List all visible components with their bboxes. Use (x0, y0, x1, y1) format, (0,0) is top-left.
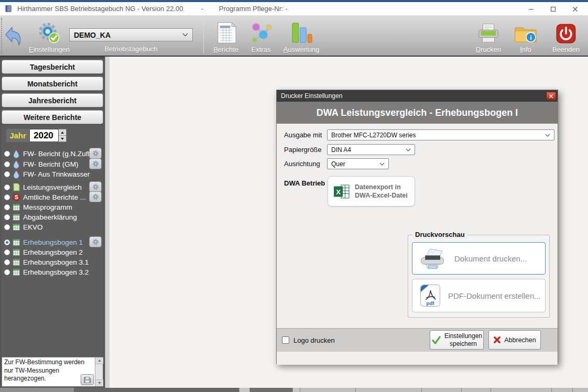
extras-button[interactable]: Extras (244, 19, 278, 53)
sidebar-item-ekvo[interactable]: EKVO (0, 222, 105, 232)
radio-button[interactable] (4, 214, 10, 220)
beenden-button[interactable]: Beenden (548, 19, 584, 53)
spreadsheet-icon (13, 203, 20, 211)
pdf-icon: pdf (419, 284, 441, 308)
spreadsheet-icon (13, 213, 20, 221)
droplet-icon (13, 160, 20, 169)
radio-button-selected[interactable] (4, 239, 10, 245)
create-pdf-button[interactable]: pdf PDF-Dokument erstellen... (412, 279, 546, 312)
year-value[interactable]: 2020 (29, 129, 59, 142)
radio-button[interactable] (4, 194, 10, 200)
back-button[interactable] (4, 19, 22, 53)
item-gear-button[interactable] (89, 148, 102, 159)
radio-button[interactable] (4, 184, 10, 190)
tagesbericht-button[interactable]: Tagesbericht (2, 60, 103, 74)
auswertung-button[interactable]: Auswertung (280, 19, 323, 53)
note-text: Zur FW-Bestimmung werden nur TW-Messunge… (4, 358, 92, 383)
sidebar: Tagesbericht Monatsbericht Jahresbericht… (0, 57, 105, 388)
weitere-berichte-button[interactable]: Weitere Berichte (2, 110, 103, 124)
berichte-button[interactable]: Berichte (210, 19, 242, 53)
sidebar-item-messprogramm[interactable]: Messprogramm (0, 202, 105, 212)
dialog-titlebar: Drucker Einstellungen (277, 90, 558, 102)
svg-text:i: i (530, 34, 532, 41)
dialog-footer: Logo drucken Einstellungen speichern Abb… (277, 328, 558, 351)
year-spinner (59, 129, 67, 142)
drucken-button[interactable]: Drucken (472, 19, 505, 53)
status-segment (551, 388, 572, 392)
sidebar-splitter[interactable] (105, 57, 110, 388)
app-icon (5, 5, 13, 13)
dialog-header: DWA Leistungsvergleich - Erhebungsbogen … (277, 102, 558, 124)
bar-chart-icon (290, 21, 313, 45)
sidebar-item-fw-bericht-gm[interactable]: FW- Bericht (GM) (0, 159, 105, 169)
spreadsheet-icon (13, 223, 20, 231)
excel-icon: X (333, 184, 350, 199)
status-segment (572, 388, 588, 392)
database-selector-group: DEMO_KA Betriebstagebuch (69, 28, 193, 53)
save-settings-button[interactable]: Einstellungen speichern (430, 330, 484, 350)
info-label: Info (520, 46, 531, 53)
year-up-button[interactable] (59, 129, 66, 135)
sidebar-item-fw-aus-trinkwasser[interactable]: FW- Aus Trinkwasser (0, 169, 105, 179)
molecule-icon (249, 21, 273, 45)
sidebar-item-fw-bericht-gnzufl[interactable]: FW- Bericht (g.N.Zufl) (0, 148, 105, 159)
chevron-down-icon (182, 33, 188, 37)
dialog-close-button[interactable] (546, 92, 556, 100)
sidebar-item-erhebungsbogen-3-1[interactable]: Erhebungsbogen 3.1 (0, 257, 105, 267)
paper-size-select[interactable]: DIN A4 (327, 144, 415, 155)
save-settings-label: Einstellungen speichern (444, 332, 482, 348)
database-select[interactable]: DEMO_KA (69, 28, 193, 41)
einstellungen-label: Einstellungen (29, 46, 70, 53)
radio-button[interactable] (4, 259, 10, 265)
orientation-value: Quer (331, 160, 345, 168)
scroll-down-icon[interactable] (95, 379, 103, 386)
dialog-header-text: DWA Leistungsvergleich - Erhebungsbogen … (317, 107, 518, 118)
orientation-select[interactable]: Quer (327, 158, 389, 169)
radio-button[interactable] (4, 269, 10, 275)
cancel-button[interactable]: Abbrechen (488, 330, 541, 350)
jahresbericht-button[interactable]: Jahresbericht (2, 93, 103, 107)
radio-button[interactable] (4, 161, 10, 167)
radio-button[interactable] (4, 151, 10, 157)
item-label: Erhebungsbogen 2 (23, 248, 83, 256)
status-segment (292, 388, 300, 392)
note-box[interactable]: Zur FW-Bestimmung werden nur TW-Messunge… (2, 357, 103, 387)
status-segment (239, 388, 249, 392)
item-gear-button[interactable] (89, 236, 102, 247)
auswertung-label: Auswertung (284, 46, 320, 53)
chevron-down-icon (379, 162, 385, 166)
close-button[interactable] (564, 2, 586, 16)
item-gear-button[interactable] (89, 191, 102, 202)
sidebar-item-amtliche-berichte[interactable]: S Amtliche Berichte ... (0, 192, 105, 202)
scroll-up-icon[interactable] (95, 357, 103, 364)
sidebar-item-abgabeerklaerung[interactable]: Abgabeerklärung (0, 212, 105, 222)
item-label: FW- Bericht (g.N.Zufl) (23, 150, 92, 158)
einstellungen-button[interactable]: Einstellungen (24, 19, 74, 53)
item-gear-button[interactable] (89, 181, 102, 192)
spreadsheet-icon (13, 238, 20, 246)
dialog-title: Drucker Einstellungen (277, 92, 342, 100)
toolbar-grip (1, 18, 3, 53)
info-button[interactable]: i Info (510, 19, 541, 53)
monatsbericht-button[interactable]: Monatsbericht (2, 77, 103, 91)
radio-button[interactable] (4, 224, 10, 230)
radio-button[interactable] (4, 204, 10, 210)
dwa-excel-export-button[interactable]: X Datenexport in DWA-Excel-Datei (328, 176, 415, 206)
sidebar-item-leistungsvergleich[interactable]: Leistungsvergleich (0, 182, 105, 192)
sidebar-item-erhebungsbogen-1[interactable]: Erhebungsbogen 1 (0, 237, 105, 247)
logo-drucken-checkbox[interactable] (282, 336, 289, 344)
window-titlebar: Hirthammer SBS Betriebstagebuch NG - Ver… (0, 2, 588, 16)
note-scrollbar[interactable] (95, 357, 103, 386)
radio-button[interactable] (4, 249, 10, 255)
minimize-button[interactable] (520, 2, 542, 16)
sidebar-item-erhebungsbogen-3-2[interactable]: Erhebungsbogen 3.2 (0, 267, 105, 277)
printer-select[interactable]: Brother MFC-L2720DW series (327, 129, 554, 140)
maximize-button[interactable] (542, 2, 564, 16)
item-gear-button[interactable] (89, 158, 102, 169)
print-document-button[interactable]: Dokument drucken... (412, 242, 546, 275)
status-segment (300, 388, 355, 392)
year-down-button[interactable] (59, 135, 66, 141)
radio-button[interactable] (4, 171, 10, 177)
sidebar-item-erhebungsbogen-2[interactable]: Erhebungsbogen 2 (0, 247, 105, 257)
note-save-button[interactable] (81, 374, 94, 385)
